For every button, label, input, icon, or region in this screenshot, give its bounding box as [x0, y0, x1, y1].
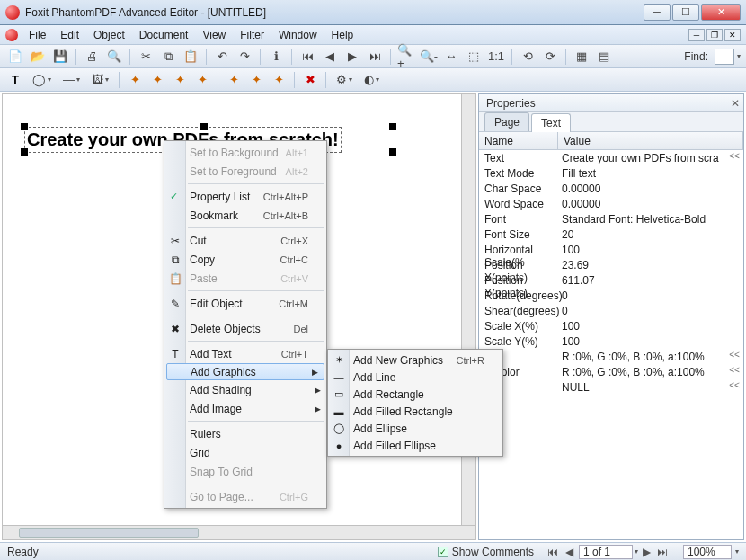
- fit-width-button[interactable]: ↔: [441, 47, 461, 67]
- delete-tool[interactable]: ✖: [300, 70, 320, 90]
- menu-item[interactable]: Add Image▶: [164, 399, 326, 418]
- property-row[interactable]: Position Y(points)611.07: [479, 273, 743, 289]
- menu-item[interactable]: Rulers: [164, 424, 326, 443]
- add-text-tool[interactable]: T: [5, 70, 25, 90]
- property-value[interactable]: 100: [558, 319, 725, 334]
- menu-filter[interactable]: Filter: [233, 27, 271, 43]
- property-value[interactable]: 611.07: [558, 273, 725, 289]
- next-page-button[interactable]: ▶: [342, 47, 362, 67]
- save-button[interactable]: 💾: [50, 47, 70, 67]
- menu-help[interactable]: Help: [324, 27, 361, 43]
- property-row[interactable]: Shear(degrees)0: [479, 304, 743, 319]
- status-next-page[interactable]: ▶: [638, 545, 654, 559]
- fit-page-button[interactable]: ⬚: [464, 47, 484, 67]
- property-value[interactable]: 23.69: [558, 258, 725, 273]
- zoom-dropdown-icon[interactable]: ▾: [735, 547, 739, 556]
- menu-item[interactable]: ✖Delete ObjectsDel: [164, 319, 326, 338]
- settings-tool[interactable]: ⚙▾: [332, 70, 357, 90]
- menu-item[interactable]: Add Graphics▶: [166, 363, 324, 380]
- menu-view[interactable]: View: [195, 27, 233, 43]
- close-button[interactable]: ✕: [701, 4, 741, 21]
- property-value[interactable]: 100: [558, 334, 725, 350]
- edit-tool-3[interactable]: ✦: [170, 70, 190, 90]
- menu-item[interactable]: Grid: [164, 443, 326, 462]
- edit-tool-5[interactable]: ✦: [224, 70, 244, 90]
- selection-handle[interactable]: [200, 123, 208, 130]
- rotate-right-button[interactable]: ⟳: [540, 47, 560, 67]
- submenu-item[interactable]: ▭Add Rectangle: [328, 386, 502, 403]
- menu-item[interactable]: BookmarkCtrl+Alt+B: [164, 206, 326, 225]
- property-row[interactable]: e ColorR :0%, G :0%, B :0%, a:100%<<: [479, 365, 743, 380]
- copy-button[interactable]: ⧉: [158, 47, 178, 67]
- property-row[interactable]: Rotate(degrees)0: [479, 289, 743, 304]
- layout-button[interactable]: ▦: [572, 47, 591, 67]
- preview-button[interactable]: 🔍: [104, 47, 124, 67]
- status-prev-page[interactable]: ◀: [561, 545, 577, 559]
- property-value[interactable]: Create your own PDFs from scra: [558, 151, 725, 166]
- edit-tool-4[interactable]: ✦: [192, 70, 212, 90]
- prev-page-button[interactable]: ◀: [320, 47, 340, 67]
- menu-item[interactable]: TAdd TextCtrl+T: [164, 344, 326, 363]
- property-expand-icon[interactable]: <<: [725, 365, 743, 380]
- status-last-page[interactable]: ⏭: [654, 545, 671, 559]
- vertical-scrollbar[interactable]: [461, 94, 475, 525]
- print-button[interactable]: 🖨: [82, 47, 102, 67]
- mdi-minimize[interactable]: ─: [688, 29, 705, 41]
- show-comments-checkbox[interactable]: ✓: [438, 547, 448, 557]
- find-input[interactable]: [715, 49, 734, 65]
- open-button[interactable]: 📂: [28, 47, 48, 67]
- tab-page[interactable]: Page: [484, 112, 529, 131]
- edit-tool-2[interactable]: ✦: [147, 70, 167, 90]
- status-page-display[interactable]: 1 of 1: [579, 545, 633, 559]
- property-row[interactable]: Word Space0.00000: [479, 197, 743, 212]
- about-button[interactable]: ℹ: [266, 47, 286, 67]
- property-row[interactable]: Scale Y(%)100: [479, 334, 743, 350]
- selection-handle[interactable]: [21, 148, 28, 156]
- paste-button[interactable]: 📋: [181, 47, 200, 67]
- status-first-page[interactable]: ⏮: [545, 545, 561, 559]
- zoom-in-button[interactable]: 🔍+: [396, 47, 416, 67]
- properties-close-icon[interactable]: ✕: [727, 97, 743, 110]
- selection-handle[interactable]: [389, 148, 396, 156]
- page-button[interactable]: ▤: [594, 47, 614, 67]
- mdi-restore[interactable]: ❐: [706, 29, 723, 41]
- menu-file[interactable]: File: [22, 27, 53, 43]
- submenu-item[interactable]: ●Add Filled Ellipse: [328, 437, 502, 454]
- property-expand-icon[interactable]: <<: [725, 350, 743, 365]
- property-value[interactable]: NULL: [558, 380, 725, 396]
- property-value[interactable]: 0: [558, 304, 725, 319]
- menu-document[interactable]: Document: [132, 27, 196, 43]
- property-row[interactable]: orR :0%, G :0%, B :0%, a:100%<<: [479, 350, 743, 365]
- property-value[interactable]: R :0%, G :0%, B :0%, a:100%: [558, 350, 725, 365]
- property-value[interactable]: 0.00000: [558, 197, 725, 212]
- menu-item[interactable]: ✎Edit ObjectCtrl+M: [164, 294, 326, 313]
- selection-handle[interactable]: [21, 123, 28, 130]
- property-row[interactable]: Char Space0.00000: [479, 182, 743, 197]
- submenu-item[interactable]: ✶Add New GraphicsCtrl+R: [328, 351, 502, 369]
- menu-edit[interactable]: Edit: [53, 27, 86, 43]
- minimize-button[interactable]: ─: [644, 4, 671, 21]
- last-page-button[interactable]: ⏭: [365, 47, 385, 67]
- zoom-out-button[interactable]: 🔍-: [419, 47, 439, 67]
- submenu-item[interactable]: ◯Add Ellipse: [328, 420, 502, 437]
- maximize-button[interactable]: ☐: [672, 4, 699, 21]
- tab-text[interactable]: Text: [531, 113, 571, 132]
- add-graphics-tool[interactable]: ◯▾: [28, 70, 56, 90]
- property-value[interactable]: 0.00000: [558, 182, 725, 197]
- property-value[interactable]: 100: [558, 243, 725, 258]
- mdi-close[interactable]: ✕: [724, 29, 741, 41]
- property-row[interactable]: Font Size20: [479, 227, 743, 243]
- new-button[interactable]: 📄: [5, 47, 25, 67]
- status-zoom[interactable]: 100%: [683, 545, 732, 559]
- menu-object[interactable]: Object: [86, 27, 132, 43]
- add-line-tool[interactable]: ―▾: [58, 70, 84, 90]
- property-expand-icon[interactable]: <<: [725, 380, 743, 396]
- cut-button[interactable]: ✂: [136, 47, 155, 67]
- property-row[interactable]: Text ModeFill text: [479, 166, 743, 182]
- find-dropdown-icon[interactable]: ▾: [737, 52, 741, 60]
- submenu-item[interactable]: ―Add Line: [328, 369, 502, 386]
- menu-item[interactable]: ✂CutCtrl+X: [164, 231, 326, 250]
- menu-window[interactable]: Window: [271, 27, 324, 43]
- property-row[interactable]: gNULL<<: [479, 380, 743, 396]
- edit-tool-1[interactable]: ✦: [125, 70, 145, 90]
